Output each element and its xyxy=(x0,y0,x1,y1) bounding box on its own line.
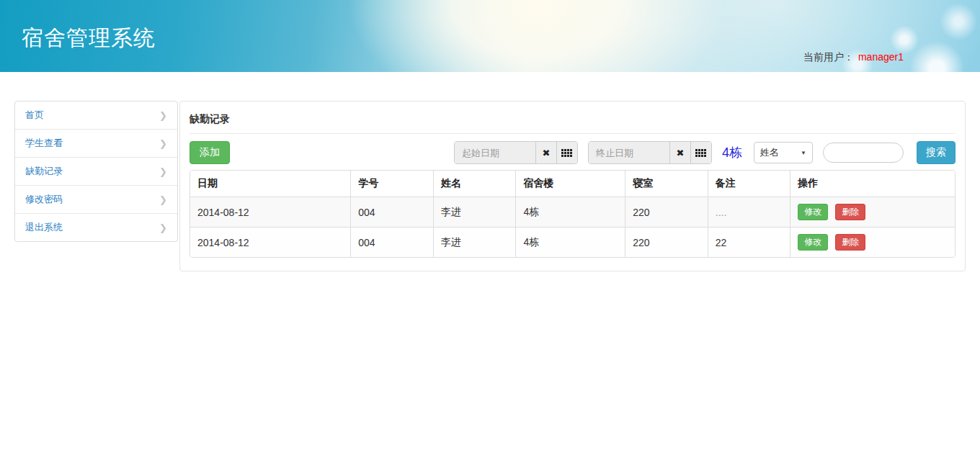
search-field-select[interactable]: 姓名 ▼ xyxy=(754,142,813,163)
current-user-info: 当前用户：manager1 xyxy=(803,51,904,64)
end-date-clear-button[interactable]: ✖ xyxy=(669,142,690,163)
app-header: 宿舍管理系统 当前用户：manager1 xyxy=(0,0,980,72)
cell-student-id: 004 xyxy=(351,197,434,228)
column-header-name: 姓名 xyxy=(433,171,516,197)
app-title: 宿舍管理系统 xyxy=(22,24,156,53)
cell-date: 2014-08-12 xyxy=(190,197,351,228)
toolbar: 添加 ✖ ✖ 4栋 姓名 ▼ 搜索 xyxy=(190,141,956,164)
column-header-remark: 备注 xyxy=(708,171,790,197)
column-header-date: 日期 xyxy=(190,171,351,197)
search-field-selected-value: 姓名 xyxy=(760,146,779,159)
building-label: 4栋 xyxy=(722,144,742,161)
clear-icon: ✖ xyxy=(677,148,685,158)
chevron-right-icon: ❯ xyxy=(159,194,167,205)
current-user-name: manager1 xyxy=(858,51,904,63)
sidebar-item-label: 学生查看 xyxy=(25,137,63,150)
start-date-group: ✖ xyxy=(454,141,578,164)
sidebar-item-label: 缺勤记录 xyxy=(25,165,63,178)
sidebar-item-label: 退出系统 xyxy=(25,221,63,234)
calendar-grid-icon xyxy=(561,149,572,157)
column-header-room: 寝室 xyxy=(625,171,708,197)
sidebar-item-home[interactable]: 首页 ❯ xyxy=(15,102,177,129)
cell-date: 2014-08-12 xyxy=(190,228,351,258)
sidebar-menu: 首页 ❯ 学生查看 ❯ 缺勤记录 ❯ 修改密码 ❯ 退出系统 ❯ xyxy=(14,101,178,242)
table-row: 2014-08-12 004 李进 4栋 220 22 修改 删除 xyxy=(190,228,955,258)
current-user-label: 当前用户： xyxy=(803,51,854,63)
records-table: 日期 学号 姓名 宿舍楼 寝室 备注 操作 2014-08-12 004 李进 xyxy=(190,171,955,257)
cell-actions: 修改 删除 xyxy=(790,197,955,228)
start-date-picker-button[interactable] xyxy=(556,142,577,163)
content-area: 首页 ❯ 学生查看 ❯ 缺勤记录 ❯ 修改密码 ❯ 退出系统 ❯ 缺勤记录 添加 xyxy=(14,101,966,271)
chevron-right-icon: ❯ xyxy=(159,110,167,121)
page-title: 缺勤记录 xyxy=(190,110,956,133)
table-header-row: 日期 学号 姓名 宿舍楼 寝室 备注 操作 xyxy=(190,171,955,197)
end-date-input[interactable] xyxy=(589,142,669,163)
edit-button[interactable]: 修改 xyxy=(798,234,828,251)
cell-remark: 22 xyxy=(708,228,790,258)
sidebar-item-absence-records[interactable]: 缺勤记录 ❯ xyxy=(15,157,177,185)
sidebar-item-logout[interactable]: 退出系统 ❯ xyxy=(15,213,177,241)
chevron-right-icon: ❯ xyxy=(159,166,167,177)
cell-actions: 修改 删除 xyxy=(790,228,955,258)
main-panel: 缺勤记录 添加 ✖ ✖ 4栋 姓名 ▼ xyxy=(179,101,966,271)
end-date-group: ✖ xyxy=(588,141,712,164)
table-row: 2014-08-12 004 李进 4栋 220 .... 修改 删除 xyxy=(190,197,955,228)
column-header-building: 宿舍楼 xyxy=(516,171,625,197)
cell-student-id: 004 xyxy=(351,228,434,258)
cell-remark: .... xyxy=(708,197,790,228)
search-input[interactable] xyxy=(823,143,904,163)
start-date-clear-button[interactable]: ✖ xyxy=(535,142,556,163)
cell-room: 220 xyxy=(625,197,708,228)
dropdown-arrow-icon: ▼ xyxy=(801,150,806,156)
chevron-right-icon: ❯ xyxy=(159,138,167,149)
add-button[interactable]: 添加 xyxy=(190,141,230,164)
records-table-wrap: 日期 学号 姓名 宿舍楼 寝室 备注 操作 2014-08-12 004 李进 xyxy=(190,170,956,258)
column-header-student-id: 学号 xyxy=(351,171,434,197)
chevron-right-icon: ❯ xyxy=(159,222,167,233)
cell-room: 220 xyxy=(625,228,708,258)
search-button[interactable]: 搜索 xyxy=(917,141,956,164)
sidebar-item-label: 首页 xyxy=(25,109,44,122)
sidebar-item-change-password[interactable]: 修改密码 ❯ xyxy=(15,185,177,213)
delete-button[interactable]: 删除 xyxy=(835,204,865,220)
clear-icon: ✖ xyxy=(543,148,551,158)
sidebar-item-students[interactable]: 学生查看 ❯ xyxy=(15,129,177,157)
title-divider xyxy=(190,133,956,134)
cell-building: 4栋 xyxy=(516,197,625,228)
calendar-grid-icon xyxy=(695,149,706,157)
cell-name: 李进 xyxy=(433,197,516,228)
column-header-actions: 操作 xyxy=(790,171,955,197)
cell-name: 李进 xyxy=(433,228,516,258)
edit-button[interactable]: 修改 xyxy=(798,204,828,220)
end-date-picker-button[interactable] xyxy=(690,142,711,163)
delete-button[interactable]: 删除 xyxy=(835,234,865,251)
cell-building: 4栋 xyxy=(516,228,625,258)
start-date-input[interactable] xyxy=(455,142,535,163)
sidebar-item-label: 修改密码 xyxy=(25,193,63,206)
